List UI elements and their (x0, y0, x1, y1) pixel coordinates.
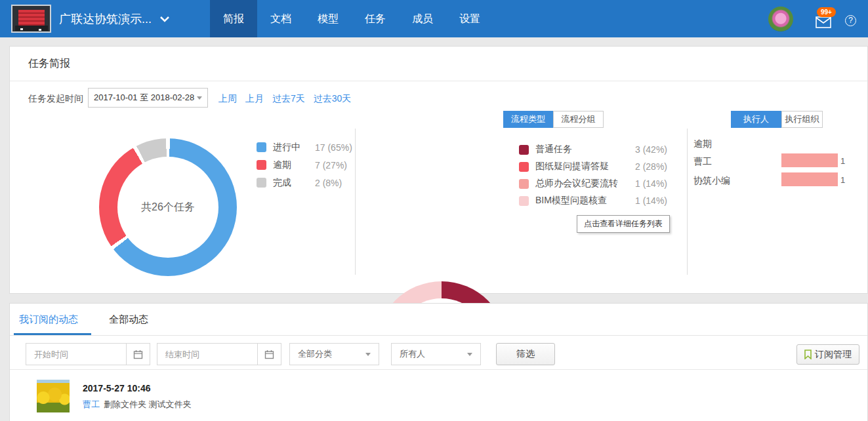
caret-down-icon (467, 353, 472, 356)
legend-item: 进行中 17 (65%) (257, 138, 352, 156)
caret-down-icon (197, 96, 202, 100)
nav-tab-models[interactable]: 模型 (304, 0, 352, 37)
legend-item: 图纸疑问提请答疑 2 (28%) (519, 158, 667, 175)
calendar-icon (264, 350, 274, 359)
executor-name: 曹工 (693, 156, 712, 168)
feed-item-avatar (37, 380, 70, 412)
date-range-select[interactable]: 2017-10-01 至 2018-02-28 (88, 88, 208, 108)
legend-swatch (257, 142, 266, 152)
nav-tab-documents[interactable]: 文档 (257, 0, 304, 37)
active-tab-underline (14, 333, 91, 335)
legend-item: 完成 2 (8%) (257, 174, 352, 191)
executor-bar[interactable] (781, 172, 838, 186)
divider (355, 129, 356, 275)
page-title: 任务简报 (28, 57, 70, 71)
caret-down-icon (365, 353, 371, 356)
executor-group-label: 逾期 (693, 138, 712, 150)
executor-toggle: 执行人 执行组织 (731, 111, 823, 128)
calendar-button[interactable] (257, 344, 281, 365)
legend-swatch (257, 160, 266, 170)
chevron-down-icon (159, 16, 170, 22)
main-nav: 简报 文档 模型 任务 成员 设置 (210, 0, 493, 37)
type-legend: 普通任务 3 (42%) 图纸疑问提请答疑 2 (28%) 总师办会议纪要流转 … (519, 141, 667, 209)
notifications-icon[interactable]: 99+ (816, 16, 831, 28)
calendar-button[interactable] (126, 344, 150, 365)
legend-swatch (519, 179, 529, 189)
end-time-input[interactable] (157, 350, 257, 359)
person-select[interactable]: 所有人 (391, 343, 481, 365)
bar-value: 1 (840, 175, 845, 185)
help-icon[interactable]: ? (845, 15, 856, 26)
tab-my-subscriptions[interactable]: 我订阅的动态 (19, 313, 78, 326)
toggle-process-type[interactable]: 流程类型 (503, 111, 553, 128)
tab-all-activity[interactable]: 全部动态 (109, 313, 148, 326)
legend-swatch (519, 162, 529, 172)
task-briefing-card: 任务简报 任务发起时间 2017-10-01 至 2018-02-28 上周 上… (9, 46, 868, 294)
toggle-process-group[interactable]: 流程分组 (553, 111, 604, 128)
person-select-value: 所有人 (400, 348, 467, 360)
legend-swatch (257, 178, 266, 188)
subscription-manage-button[interactable]: 订阅管理 (796, 344, 859, 365)
bookmark-icon (804, 350, 812, 359)
divider (10, 81, 867, 81)
activity-feed-card: 我订阅的动态 全部动态 全部分类 所有人 (9, 303, 868, 421)
link-past-30-days[interactable]: 过去30天 (314, 93, 352, 105)
end-time-field (157, 343, 281, 365)
executor-name: 协筑小编 (693, 175, 730, 187)
nav-tab-settings[interactable]: 设置 (446, 0, 493, 37)
filter-button[interactable]: 筛选 (496, 343, 555, 365)
status-legend: 进行中 17 (65%) 逾期 7 (27%) 完成 2 (8%) (257, 138, 352, 191)
nav-tab-members[interactable]: 成员 (399, 0, 446, 37)
feed-item-text: 曹工删除文件夹 测试文件夹 (83, 399, 192, 411)
link-last-week[interactable]: 上周 (218, 93, 237, 105)
divider (10, 369, 867, 370)
divider (687, 129, 688, 275)
legend-item: 普通任务 3 (42%) (519, 141, 667, 158)
toggle-executor-org[interactable]: 执行组织 (781, 111, 823, 128)
quick-date-links: 上周 上月 过去7天 过去30天 (218, 93, 351, 105)
feed-item-timestamp: 2017-5-27 10:46 (83, 383, 151, 393)
app-header: 广联达协筑演示... 简报 文档 模型 任务 成员 设置 99+ ? (0, 0, 868, 37)
legend-item: 逾期 7 (27%) (257, 156, 352, 174)
legend-item: 总师办会议纪要流转 1 (14%) (519, 175, 667, 192)
task-status-donut-chart[interactable]: 共26个任务 (99, 138, 237, 276)
nav-tab-tasks[interactable]: 任务 (352, 0, 399, 37)
project-logo (11, 5, 51, 33)
feed-user-link[interactable]: 曹工 (83, 399, 100, 409)
category-select[interactable]: 全部分类 (289, 343, 379, 365)
donut-center-label: 共26个任务 (141, 201, 195, 214)
executor-bar[interactable] (781, 153, 838, 167)
toggle-executor[interactable]: 执行人 (731, 111, 781, 128)
project-title: 广联达协筑演示... (59, 11, 152, 27)
type-group-toggle: 流程类型 流程分组 (503, 111, 604, 128)
building-icon (18, 10, 45, 26)
link-last-month[interactable]: 上月 (245, 93, 264, 105)
chart-tooltip: 点击查看详细任务列表 (577, 215, 670, 233)
legend-item: BIM模型问题核查 1 (14%) (519, 192, 667, 209)
date-filter-label: 任务发起时间 (28, 93, 83, 105)
project-switcher[interactable]: 广联达协筑演示... (59, 0, 170, 37)
category-select-value: 全部分类 (298, 348, 365, 360)
start-time-field (26, 343, 150, 365)
nav-tab-briefing[interactable]: 简报 (210, 0, 257, 37)
legend-swatch (519, 196, 529, 206)
legend-swatch (519, 145, 529, 155)
notification-badge: 99+ (817, 7, 836, 17)
feed-action-text: 删除文件夹 测试文件夹 (104, 399, 192, 409)
divider (10, 335, 867, 336)
envelope-icon (816, 16, 831, 28)
user-avatar[interactable] (768, 7, 793, 31)
bar-value: 1 (840, 156, 845, 166)
start-time-input[interactable] (26, 350, 126, 359)
link-past-7-days[interactable]: 过去7天 (272, 93, 305, 105)
date-range-value: 2017-10-01 至 2018-02-28 (94, 92, 197, 104)
calendar-icon (133, 350, 143, 359)
